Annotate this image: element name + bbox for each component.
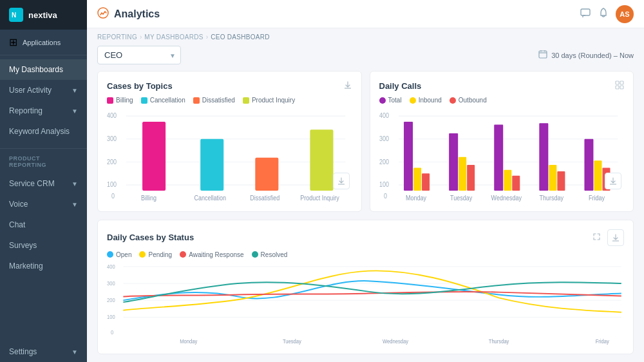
top-row: Cases by Topics Billing Cancellation [97, 71, 634, 212]
breadcrumb: REPORTING › MY DASHBOARDS › CEO DASHBOAR… [87, 28, 644, 43]
sidebar-item-keyword-analysis[interactable]: Keyword Analysis [0, 121, 87, 142]
legend-pending: Pending [139, 251, 172, 258]
calendar-icon [538, 50, 547, 61]
svg-rect-19 [200, 139, 223, 191]
cases-legend: Billing Cancellation Dissatisfied Produc… [107, 97, 352, 104]
legend-resolved: Resolved [252, 251, 288, 258]
dashboard-select[interactable]: CEO CFO CMO [97, 46, 181, 64]
main-content: Analytics AS REPORTING › MY DASHBOARDS › [87, 0, 644, 362]
cases-by-topics-card: Cases by Topics Billing Cancellation [97, 71, 362, 212]
sidebar-item-reporting[interactable]: Reporting ▼ [0, 100, 87, 121]
calls-bar-svg: 400 300 200 100 0 [379, 109, 625, 202]
svg-text:Thursday: Thursday [489, 339, 509, 345]
legend-open: Open [107, 251, 131, 258]
breadcrumb-my-dashboards[interactable]: MY DASHBOARDS [144, 33, 204, 41]
svg-text:0: 0 [384, 193, 387, 200]
svg-text:300: 300 [379, 135, 389, 143]
sidebar-item-voice[interactable]: Voice ▼ [0, 194, 87, 214]
svg-rect-20 [255, 158, 278, 191]
svg-rect-3 [581, 9, 590, 15]
calls-legend: Total Inbound Outbound [379, 97, 625, 104]
svg-rect-53 [594, 160, 601, 191]
svg-rect-52 [584, 139, 593, 191]
svg-rect-51 [557, 171, 565, 191]
legend-inbound: Inbound [410, 97, 442, 104]
daily-cases-body: 400 300 200 100 0 Monday Tuesday [107, 263, 624, 345]
breadcrumb-sep-1: › [140, 33, 142, 41]
daily-cases-line-svg: 400 300 200 100 0 Monday Tuesday [107, 263, 624, 345]
svg-text:Thursday: Thursday [539, 194, 564, 202]
legend-product-inquiry: Product Inquiry [243, 97, 295, 104]
svg-rect-42 [422, 173, 430, 191]
daily-cases-download-button[interactable] [607, 229, 624, 246]
section-title-product-reporting: PRODUCT REPORTING [0, 151, 87, 169]
chevron-icon: ▼ [71, 201, 78, 208]
legend-awaiting: Awaiting Response [180, 251, 243, 258]
svg-rect-18 [142, 122, 166, 191]
message-icon[interactable] [580, 7, 591, 21]
legend-dissatisfied: Dissatisfied [193, 97, 235, 104]
svg-rect-21 [310, 129, 333, 191]
sidebar-item-service-crm[interactable]: Service CRM ▼ [0, 173, 87, 194]
daily-calls-action-icon[interactable] [615, 81, 624, 91]
svg-rect-27 [616, 81, 619, 84]
svg-text:200: 200 [107, 298, 115, 304]
sidebar-header: N nextiva [0, 0, 87, 30]
download-icon[interactable] [343, 81, 352, 91]
sidebar-item-surveys[interactable]: Surveys [0, 235, 87, 256]
svg-text:400: 400 [107, 112, 117, 120]
charts-area: Cases by Topics Billing Cancellation [87, 71, 644, 362]
svg-text:400: 400 [107, 263, 115, 270]
cases-bar-svg: 400 300 200 100 0 Billi [107, 109, 352, 202]
svg-text:300: 300 [107, 280, 115, 287]
svg-text:Dissatisfied: Dissatisfied [250, 194, 279, 202]
svg-rect-43 [449, 133, 458, 191]
legend-billing: Billing [107, 97, 133, 104]
dashboard-select-wrapper: CEO CFO CMO ▼ [97, 46, 181, 64]
svg-rect-46 [494, 125, 503, 191]
cases-chart-body: 400 300 200 100 0 Billi [107, 109, 352, 202]
sidebar-item-settings[interactable]: Settings ▼ [0, 341, 87, 362]
svg-text:100: 100 [107, 181, 117, 189]
cases-download-button[interactable] [333, 173, 350, 189]
sidebar-apps-button[interactable]: ⊞ Applications [0, 30, 87, 55]
calls-download-button[interactable] [605, 173, 621, 189]
daily-cases-legend: Open Pending Awaiting Response Resolved [107, 251, 624, 258]
svg-text:Billing: Billing [141, 194, 156, 202]
svg-rect-40 [404, 122, 413, 191]
sidebar-item-my-dashboards[interactable]: My Dashboards [0, 59, 87, 80]
svg-text:Friday: Friday [596, 339, 610, 345]
chevron-icon: ▼ [71, 348, 78, 356]
svg-rect-41 [413, 167, 421, 191]
svg-text:N: N [12, 12, 16, 19]
svg-text:Monday: Monday [180, 339, 198, 345]
date-range: 30 days (Rounded) – Now [538, 50, 634, 61]
svg-text:100: 100 [107, 314, 115, 321]
svg-text:Monday: Monday [406, 194, 426, 202]
sidebar-item-user-activity[interactable]: User Activity ▼ [0, 80, 87, 100]
topbar-left: Analytics [97, 7, 160, 21]
nextiva-logo: N [9, 8, 23, 22]
topbar: Analytics AS [87, 0, 644, 28]
sidebar-item-marketing[interactable]: Marketing [0, 256, 87, 276]
svg-text:Product Inquiry: Product Inquiry [300, 194, 339, 202]
svg-rect-29 [616, 86, 619, 89]
chevron-icon: ▼ [71, 180, 78, 187]
svg-text:100: 100 [379, 181, 389, 189]
svg-rect-48 [512, 176, 520, 191]
user-avatar[interactable]: AS [616, 5, 634, 23]
svg-text:Cancellation: Cancellation [194, 194, 225, 202]
chart-header: Cases by Topics [107, 81, 352, 91]
svg-rect-44 [459, 157, 466, 191]
page-title: Analytics [114, 8, 160, 20]
svg-text:Tuesday: Tuesday [450, 194, 472, 202]
toolbar: CEO CFO CMO ▼ 30 days (Rounded) – Now [87, 43, 644, 71]
sidebar-item-chat[interactable]: Chat [0, 214, 87, 235]
svg-rect-49 [539, 123, 548, 191]
svg-text:400: 400 [379, 112, 389, 120]
analytics-icon [97, 7, 109, 21]
cases-by-topics-title: Cases by Topics [107, 81, 173, 91]
breadcrumb-reporting[interactable]: REPORTING [97, 33, 137, 41]
notification-icon[interactable] [598, 7, 609, 21]
expand-icon[interactable] [592, 233, 601, 243]
